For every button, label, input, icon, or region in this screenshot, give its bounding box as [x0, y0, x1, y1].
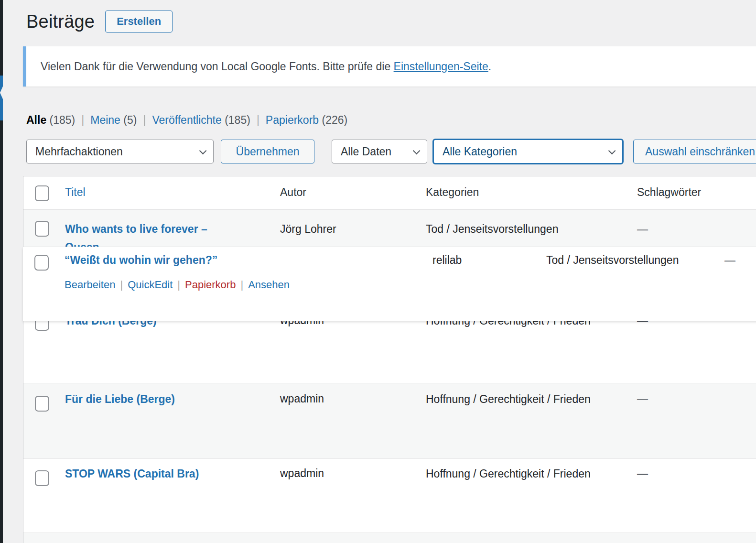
row-checkbox[interactable] — [35, 470, 49, 486]
filter-button[interactable]: Auswahl einschränken — [633, 140, 756, 163]
filter-link-veroeffentlichte[interactable]: Veröffentlichte (185) — [152, 114, 250, 127]
post-title-link[interactable]: Who wants to live forever – — [65, 220, 270, 238]
chevron-down-icon — [608, 147, 616, 154]
action-separator: | — [236, 279, 248, 291]
notice-banner: Vielen Dank für die Verwendung von Local… — [23, 46, 756, 87]
tags-empty-dash: — — [637, 223, 648, 236]
tags-empty-dash: — — [637, 392, 648, 405]
page-header: Beiträge Erstellen — [26, 11, 173, 33]
posts-table: Titel Autor Kategorien Schlagwörter Who … — [23, 176, 756, 543]
categories-link[interactable]: Hoffnung / Gerechtigkeit / Frieden — [426, 390, 591, 408]
filter-link-alle[interactable]: Alle (185) — [26, 114, 75, 127]
chevron-down-icon — [413, 147, 421, 154]
action-papierkorb-link[interactable]: Papierkorb — [185, 279, 236, 291]
author-link[interactable]: Jörg Lohrer — [280, 223, 336, 236]
tags-empty-dash: — — [724, 254, 735, 267]
table-header-row: Titel Autor Kategorien Schlagwörter — [23, 176, 756, 209]
action-bearbeiten-link[interactable]: Bearbeiten — [65, 279, 115, 291]
post-title-cell: STOP WARS (Capital Bra) — [65, 465, 270, 483]
column-header-kategorien: Kategorien — [426, 186, 479, 199]
bulk-actions-select[interactable]: Mehrfachaktionen — [26, 140, 214, 163]
filter-separator: | — [137, 114, 152, 127]
action-ansehen-link[interactable]: Ansehen — [248, 279, 290, 291]
admin-menu-edge — [0, 0, 3, 543]
table-row: Who wants to live forever – Queen Jörg L… — [23, 209, 756, 248]
row-checkbox[interactable] — [35, 221, 49, 237]
post-title-link[interactable]: “Weißt du wohin wir gehen?” — [65, 251, 370, 269]
column-header-schlagwoerter: Schlagwörter — [637, 186, 701, 199]
categories-link[interactable]: Hoffnung / Gerechtigkeit / Frieden — [426, 465, 591, 483]
row-actions: Bearbeiten|QuickEdit|Papierkorb|Ansehen — [65, 279, 290, 291]
sort-titel-link[interactable]: Titel — [65, 186, 86, 198]
category-filter-select[interactable]: Alle Kategorien — [432, 139, 624, 164]
row-checkbox[interactable] — [35, 396, 49, 412]
row-checkbox[interactable] — [34, 255, 49, 271]
category-filter-value: Alle Kategorien — [443, 145, 517, 158]
notice-text-before: Vielen Dank für die Verwendung von Local… — [41, 60, 394, 73]
notice-text: Vielen Dank für die Verwendung von Local… — [26, 60, 491, 73]
menu-arrow-icon — [0, 83, 4, 102]
categories-link[interactable]: Tod / Jenseitsvorstellungen — [546, 254, 679, 267]
notice-text-after: . — [488, 60, 491, 73]
posts-admin-page: Beiträge Erstellen Vielen Dank für die V… — [0, 0, 756, 543]
action-separator: | — [115, 279, 128, 291]
filter-separator: | — [75, 114, 90, 127]
post-title-link[interactable]: Für die Liebe (Berge) — [65, 390, 270, 408]
table-row — [23, 532, 756, 543]
filter-link-meine[interactable]: Meine (5) — [90, 114, 137, 127]
dragged-row-card: “Weißt du wohin wir gehen?” relilab Tod … — [23, 247, 756, 321]
date-filter-select[interactable]: Alle Daten — [332, 140, 427, 163]
categories-link[interactable]: Tod / Jenseitsvorstellungen — [426, 220, 591, 238]
post-status-filters: Alle (185) | Meine (5) | Veröffentlichte… — [26, 114, 347, 127]
action-quickedit-link[interactable]: QuickEdit — [128, 279, 173, 291]
column-header-autor: Autor — [280, 186, 306, 199]
bulk-actions-value: Mehrfachaktionen — [35, 145, 123, 158]
apply-button[interactable]: Übernehmen — [221, 140, 314, 163]
post-title-cell: “Weißt du wohin wir gehen?” — [65, 251, 370, 269]
author-link[interactable]: relilab — [432, 254, 462, 267]
table-row: Für die Liebe (Berge) wpadmin Hoffnung /… — [23, 383, 756, 458]
column-header-titel: Titel — [65, 186, 86, 199]
table-row: STOP WARS (Capital Bra) wpadmin Hoffnung… — [23, 458, 756, 532]
author-link[interactable]: wpadmin — [280, 392, 324, 405]
create-post-button[interactable]: Erstellen — [105, 11, 173, 33]
chevron-down-icon — [199, 147, 207, 154]
date-filter-value: Alle Daten — [341, 145, 391, 158]
tags-empty-dash: — — [637, 467, 648, 480]
action-separator: | — [173, 279, 185, 291]
page-title: Beiträge — [26, 11, 95, 32]
author-link[interactable]: wpadmin — [280, 467, 324, 480]
settings-page-link[interactable]: Einstellungen-Seite — [394, 60, 488, 73]
filter-separator: | — [250, 114, 266, 127]
filter-link-papierkorb[interactable]: Papierkorb (226) — [266, 114, 347, 127]
select-all-checkbox[interactable] — [35, 185, 49, 201]
post-title-cell: Für die Liebe (Berge) — [65, 390, 270, 408]
post-title-link[interactable]: STOP WARS (Capital Bra) — [65, 465, 270, 483]
